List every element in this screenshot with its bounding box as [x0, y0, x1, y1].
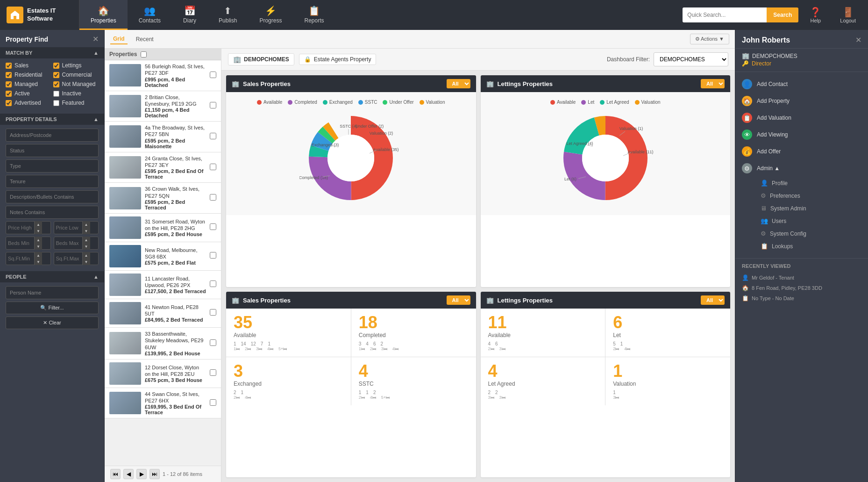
property-details-header[interactable]: Property Details ▲ — [0, 114, 104, 125]
type-input[interactable] — [6, 159, 99, 173]
lettings-stats-filter[interactable]: All — [701, 295, 725, 305]
cb-inactive[interactable]: Inactive — [53, 90, 99, 97]
beds-max-spinbox[interactable]: ▲ ▼ — [54, 237, 99, 250]
property-select-checkbox[interactable] — [210, 399, 216, 406]
price-low-down[interactable]: ▼ — [83, 228, 90, 234]
price-low-input[interactable] — [54, 225, 82, 230]
sqft-min-up[interactable]: ▲ — [35, 252, 42, 259]
cb-residential[interactable]: Residential — [6, 72, 51, 78]
sales-stats-filter[interactable]: All — [447, 295, 470, 305]
beds-max-input[interactable] — [54, 240, 82, 246]
person-name-input[interactable] — [6, 286, 99, 299]
add-property-action[interactable]: 🏠 Add Property — [735, 93, 868, 109]
sqft-min-spinbox[interactable]: ▲ ▼ — [6, 252, 51, 265]
property-select-checkbox[interactable] — [210, 133, 216, 139]
property-select-checkbox[interactable] — [210, 281, 216, 287]
property-list-item[interactable]: 36 Crown Walk, St Ives, PE27 5QN £595 pc… — [105, 183, 221, 214]
lookups-sub-item[interactable]: 📋 Lookups — [754, 240, 868, 252]
sqft-max-spinbox[interactable]: ▲ ▼ — [54, 252, 99, 265]
cb-active[interactable]: Active — [6, 90, 51, 97]
cb-lettings[interactable]: Lettings — [53, 62, 99, 69]
filter-button[interactable]: 🔍 Filter... — [6, 302, 99, 314]
lettings-chart-filter[interactable]: All — [701, 79, 725, 88]
beds-min-input[interactable] — [6, 240, 34, 246]
users-sub-item[interactable]: 👥 Users — [754, 215, 868, 227]
property-list-item[interactable]: 44 Swan Close, St Ives, PE27 6HX £169,99… — [105, 388, 221, 419]
property-list-item[interactable]: New Road, Melbourne, SG8 6BX £575 pcm, 2… — [105, 242, 221, 271]
property-select-checkbox[interactable] — [210, 72, 216, 78]
add-valuation-action[interactable]: 📋 Add Valuation — [735, 109, 868, 126]
property-list-item[interactable]: 31 Somerset Road, Wyton on the Hill, PE2… — [105, 214, 221, 242]
description-input[interactable] — [6, 190, 99, 203]
cb-managed[interactable]: Managed — [6, 81, 51, 87]
clear-button[interactable]: ✕ Clear — [6, 317, 99, 329]
beds-max-down[interactable]: ▼ — [83, 243, 90, 250]
property-list-item[interactable]: 41 Newton Road, PE28 5UT £84,995, 2 Bed … — [105, 299, 221, 328]
price-high-input[interactable] — [6, 225, 34, 230]
nav-item-contacts[interactable]: 👥 Contacts — [128, 0, 172, 30]
cb-advertised[interactable]: Advertised — [6, 100, 51, 106]
logout-button[interactable]: 🚪 Logout — [832, 7, 863, 23]
cb-sales[interactable]: Sales — [6, 62, 51, 69]
first-page-button[interactable]: ⏮ — [110, 469, 121, 479]
price-low-up[interactable]: ▲ — [83, 221, 90, 228]
recent-item-property[interactable]: 🏠 8 Fen Road, Pidley, PE28 3DD — [742, 283, 861, 293]
add-contact-action[interactable]: 👤 Add Contact — [735, 76, 868, 93]
property-select-checkbox[interactable] — [210, 339, 216, 346]
property-list-item[interactable]: 4a The Broadway, St Ives, PE27 5BN £595 … — [105, 122, 221, 152]
tab-grid[interactable]: Grid — [110, 34, 128, 44]
property-list-item[interactable]: 12 Dorset Close, Wyton on the Hill, PE28… — [105, 360, 221, 388]
search-input[interactable] — [683, 7, 767, 22]
actions-button[interactable]: ⚙ Actions ▼ — [690, 34, 729, 44]
dashboard-filter-select[interactable]: DEMOPCHOMES — [654, 52, 728, 66]
match-by-header[interactable]: Match By ▲ — [0, 47, 104, 58]
panel-close-button[interactable]: ✕ — [92, 35, 99, 43]
price-low-spinbox[interactable]: ▲ ▼ — [54, 221, 99, 234]
property-select-checkbox[interactable] — [210, 223, 216, 230]
status-input[interactable] — [6, 144, 99, 157]
property-select-checkbox[interactable] — [210, 194, 216, 201]
sqft-min-down[interactable]: ▼ — [35, 259, 42, 265]
nav-item-properties[interactable]: 🏠 Properties — [79, 0, 128, 30]
beds-min-down[interactable]: ▼ — [35, 243, 42, 250]
property-list-item[interactable]: 24 Granta Close, St Ives, PE27 3EY £595 … — [105, 152, 221, 183]
admin-action[interactable]: ⚙ Admin ▲ — [735, 160, 868, 177]
right-panel-close[interactable]: ✕ — [855, 36, 861, 44]
property-list-item[interactable]: 11 Lancaster Road, Upwood, PE26 2PX £127… — [105, 271, 221, 299]
sqft-max-down[interactable]: ▼ — [83, 259, 90, 265]
next-page-button[interactable]: ▶ — [136, 469, 147, 479]
system-config-sub-item[interactable]: ⚙ System Config — [754, 227, 868, 240]
address-input[interactable] — [6, 129, 99, 142]
property-select-checkbox[interactable] — [210, 102, 216, 108]
nav-item-reports[interactable]: 📋 Reports — [293, 0, 335, 30]
nav-item-progress[interactable]: ⚡ Progress — [248, 0, 293, 30]
cb-featured[interactable]: Featured — [53, 100, 99, 106]
system-admin-sub-item[interactable]: 🖥 System Admin — [754, 202, 868, 215]
cb-not-managed[interactable]: Not Managed — [53, 81, 99, 87]
price-high-up[interactable]: ▲ — [35, 221, 42, 228]
sqft-max-up[interactable]: ▲ — [83, 252, 90, 259]
people-header[interactable]: People ▲ — [0, 271, 104, 282]
beds-max-up[interactable]: ▲ — [83, 237, 90, 243]
add-viewing-action[interactable]: 👁 Add Viewing — [735, 126, 868, 143]
search-button[interactable]: Search — [767, 7, 798, 22]
property-select-checkbox[interactable] — [210, 252, 216, 259]
beds-min-up[interactable]: ▲ — [35, 237, 42, 243]
beds-min-spinbox[interactable]: ▲ ▼ — [6, 237, 51, 250]
cb-commercial[interactable]: Commercial — [53, 72, 99, 78]
tenure-input[interactable] — [6, 175, 99, 188]
price-high-spinbox[interactable]: ▲ ▼ — [6, 221, 51, 234]
preferences-sub-item[interactable]: ⚙ Preferences — [754, 189, 868, 202]
recent-item-notype[interactable]: 📋 No Type - No Date — [742, 293, 861, 303]
select-all-checkbox[interactable] — [141, 51, 147, 58]
property-list-item[interactable]: 56 Burleigh Road, St Ives, PE27 3DF £995… — [105, 60, 221, 91]
property-select-checkbox[interactable] — [210, 164, 216, 170]
price-high-down[interactable]: ▼ — [35, 228, 42, 234]
tab-recent[interactable]: Recent — [133, 35, 157, 44]
recent-item-tenant[interactable]: 👤 Mr Geldof - Tenant — [742, 273, 861, 283]
property-list-item[interactable]: 33 Bassenthwaite, Stukeley Meadows, PE29… — [105, 328, 221, 360]
sqft-max-input[interactable] — [54, 256, 82, 261]
last-page-button[interactable]: ⏭ — [149, 469, 160, 479]
notes-input[interactable] — [6, 206, 99, 219]
property-list-item[interactable]: 2 Britian Close, Eynesbury, PE19 2GG £1,… — [105, 91, 221, 122]
